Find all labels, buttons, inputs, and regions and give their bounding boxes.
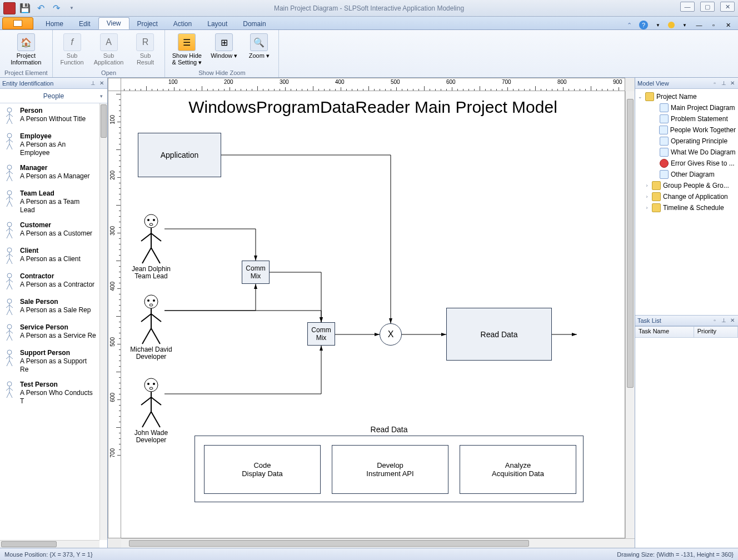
node-application[interactable]: Application: [138, 133, 221, 177]
minimize-button[interactable]: —: [680, 2, 695, 12]
mv-window-icon[interactable]: ▫: [711, 80, 718, 87]
min2-icon[interactable]: —: [695, 21, 704, 29]
node-gateway[interactable]: X: [380, 323, 402, 346]
entity-item[interactable]: PersonA Person Without Title: [0, 103, 99, 129]
entity-item[interactable]: Test PersonA Person Who Conducts T: [0, 377, 99, 409]
app-icon[interactable]: [3, 2, 16, 14]
project-information-button[interactable]: 🏠 Project Information: [8, 32, 43, 67]
tab-layout[interactable]: Layout: [200, 18, 235, 29]
ruler-corner: [108, 78, 121, 91]
svg-point-0: [7, 108, 12, 112]
close-panel-icon[interactable]: ✕: [98, 80, 105, 87]
tree-root[interactable]: ⌄Project Name: [636, 91, 737, 102]
svg-line-33: [9, 254, 13, 257]
tree-item[interactable]: Other Diagram: [636, 169, 737, 180]
entity-item[interactable]: ClientA Person as a Client: [0, 243, 99, 269]
entity-item[interactable]: CustomerA Person as a Customer: [0, 218, 99, 243]
entity-item[interactable]: Support PersonA Person as a Support Re: [0, 346, 99, 377]
svg-line-80: [141, 314, 151, 322]
svg-point-24: [7, 222, 12, 227]
node-develop-api[interactable]: Develop Instrument API: [332, 445, 448, 494]
svg-line-29: [9, 233, 12, 238]
tab-home[interactable]: Home: [38, 18, 71, 29]
node-comm-mix-2[interactable]: Comm Mix: [307, 322, 335, 346]
tab-view[interactable]: View: [98, 17, 129, 29]
tab-domain[interactable]: Domain: [235, 18, 273, 29]
zoom-button[interactable]: 🔍 Zoom ▾: [244, 32, 274, 60]
sub-function-button[interactable]: f Sub Function: [57, 32, 87, 67]
file-menu-button[interactable]: [2, 17, 33, 29]
qat-dropdown-icon[interactable]: ▼: [66, 2, 78, 14]
svg-point-77: [153, 299, 155, 302]
node-comm-mix-1[interactable]: Comm Mix: [242, 261, 270, 284]
canvas-vscrollbar[interactable]: [625, 91, 635, 538]
tree-folder[interactable]: ›Group People & Gro...: [636, 180, 737, 191]
tree-item[interactable]: What We Do Diagram: [636, 147, 737, 158]
tab-edit[interactable]: Edit: [71, 18, 98, 29]
svg-line-4: [7, 118, 9, 124]
pin-icon[interactable]: ⊥: [89, 80, 96, 87]
help-icon[interactable]: ?: [639, 21, 648, 29]
entity-item[interactable]: ManagerA Person as A Manager: [0, 161, 99, 186]
entity-item[interactable]: ContractorA Person as a Contractor: [0, 269, 99, 294]
mv-pin-icon[interactable]: ⊥: [720, 80, 727, 87]
entity-hscrollbar[interactable]: [0, 540, 99, 548]
titlebar: 💾 ↶ ↷ ▼ Main Project Diagram - SLPSoft I…: [0, 0, 738, 17]
redo-icon[interactable]: ↷: [50, 2, 62, 14]
sub-function-icon: f: [63, 33, 81, 51]
tab-action[interactable]: Action: [166, 18, 200, 29]
expand-icon[interactable]: ⌃: [625, 21, 634, 29]
tab-project[interactable]: Project: [129, 18, 166, 29]
diagram-canvas[interactable]: WindowsProgramDataReader Main Project Mo…: [121, 91, 625, 538]
status-dot-icon[interactable]: [668, 22, 675, 28]
svg-line-62: [6, 388, 9, 391]
tree-folder[interactable]: ›Change of Application: [636, 191, 737, 202]
entity-list: PersonA Person Without TitleEmployeeA Pe…: [0, 103, 107, 548]
status-mouse-position: Mouse Position: {X = 373, Y = 1}: [4, 551, 93, 558]
actor-jean-dolphin[interactable]: Jean Dolphin Team Lead: [138, 213, 164, 267]
task-col-priority[interactable]: Priority: [694, 327, 738, 337]
show-hide-setting-button[interactable]: ☰ Show Hide & Setting ▾: [169, 32, 204, 67]
entity-category-dropdown[interactable]: People: [0, 89, 107, 103]
actor-michael-david[interactable]: Michael David Developer: [138, 294, 164, 347]
group-read-data[interactable]: Read Data Code Display Data Develop Inst…: [195, 436, 584, 502]
dropdown2-icon[interactable]: ▼: [680, 21, 689, 29]
close-button[interactable]: ✕: [720, 2, 735, 12]
tree-item[interactable]: Operating Principle: [636, 136, 737, 147]
tl-window-icon[interactable]: ▫: [711, 317, 718, 324]
tree-item[interactable]: Error Gives Rise to ...: [636, 158, 737, 169]
tl-close-icon[interactable]: ✕: [729, 317, 736, 324]
dropdown-icon[interactable]: ▼: [654, 21, 662, 29]
sub-result-button[interactable]: R Sub Result: [130, 32, 160, 67]
restore-icon[interactable]: ▫: [709, 21, 718, 29]
node-analyze-data[interactable]: Analyze Acquisition Data: [460, 445, 576, 494]
task-col-name[interactable]: Task Name: [635, 327, 694, 337]
tree-item[interactable]: Main Project Diagram: [636, 102, 737, 113]
svg-line-47: [9, 309, 12, 315]
tree-folder[interactable]: ›Timeline & Schedule: [636, 202, 737, 213]
entity-item[interactable]: EmployeeA Person as An Employee: [0, 129, 99, 161]
node-read-data[interactable]: Read Data: [446, 308, 552, 361]
mv-close-icon[interactable]: ✕: [729, 80, 736, 87]
undo-icon[interactable]: ↶: [34, 2, 47, 14]
entity-vscrollbar[interactable]: [99, 103, 107, 540]
maximize-button[interactable]: ▢: [700, 2, 715, 12]
window-icon: ⊞: [215, 33, 233, 51]
tree-item[interactable]: Problem Statement: [636, 113, 737, 124]
folder-icon: [652, 181, 661, 190]
sub-application-button[interactable]: A Sub Application: [92, 32, 126, 67]
model-view-tree[interactable]: ⌄Project Name Main Project DiagramProble…: [635, 89, 738, 315]
entity-item[interactable]: Sale PersonA Person as a Sale Rep: [0, 294, 99, 320]
tl-pin-icon[interactable]: ⊥: [720, 317, 727, 324]
tree-item[interactable]: People Work Together: [636, 124, 737, 136]
entity-item[interactable]: Team LeadA Person as a Team Lead: [0, 186, 99, 218]
window-button[interactable]: ⊞ Window ▾: [208, 32, 240, 60]
canvas-hscrollbar[interactable]: [121, 538, 635, 548]
actor-john-wade[interactable]: John Wade Developer: [138, 377, 164, 431]
svg-line-64: [7, 392, 9, 398]
save-icon[interactable]: 💾: [19, 2, 31, 14]
entity-item[interactable]: Service PersonA Person as a Service Re: [0, 320, 99, 346]
svg-line-71: [141, 233, 151, 241]
node-code-display[interactable]: Code Display Data: [204, 445, 321, 494]
close2-icon[interactable]: ✕: [724, 21, 732, 29]
